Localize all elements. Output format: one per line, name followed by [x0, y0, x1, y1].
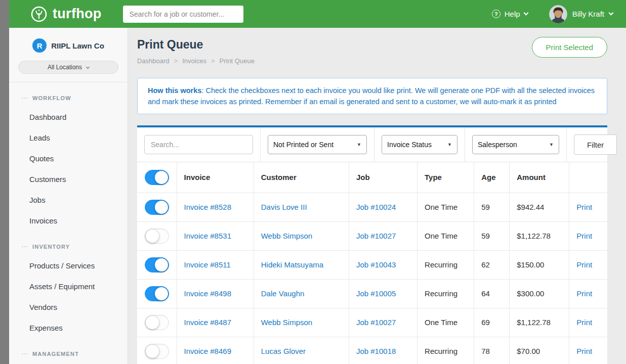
invoice-age: 64	[474, 279, 510, 308]
invoice-link[interactable]: Invoice #8531	[184, 232, 231, 240]
sidebar-section-header: ⋯WORKFLOW	[9, 82, 128, 107]
print-selected-button[interactable]: Print Selected	[532, 37, 607, 58]
topbar-right: ? Help	[492, 5, 613, 23]
print-link[interactable]: Print	[576, 289, 592, 298]
table-row: Invoice #8531 Webb Simpson Job #10027 On…	[137, 221, 607, 250]
sidebar-nav: ⋯WORKFLOWDashboardLeadsQuotesCustomersJo…	[9, 82, 128, 364]
print-link[interactable]: Print	[576, 318, 592, 327]
app-root: turfhop ? Help	[0, 0, 626, 364]
breadcrumb: Dashboard > Invoices > Print Queue	[137, 57, 255, 65]
job-link[interactable]: Job #10024	[356, 203, 396, 211]
global-search-input[interactable]	[123, 6, 243, 23]
customer-link[interactable]: Davis Love III	[261, 203, 307, 211]
print-link[interactable]: Print	[576, 203, 592, 211]
invoice-type: Recurring	[418, 279, 474, 308]
invoice-amount: $1,122.78	[510, 308, 569, 337]
customer-link[interactable]: Webb Simpson	[261, 232, 312, 240]
job-link[interactable]: Job #10018	[356, 347, 396, 355]
brand-logo[interactable]: turfhop	[30, 6, 102, 23]
invoice-link[interactable]: Invoice #8528	[184, 203, 231, 211]
job-link[interactable]: Job #10005	[356, 289, 396, 298]
breadcrumb-dashboard[interactable]: Dashboard	[137, 57, 170, 65]
invoice-type: Recurring	[418, 337, 474, 364]
row-toggle[interactable]	[145, 344, 169, 359]
chevron-down-icon	[609, 11, 614, 16]
locations-selector[interactable]: All Locations	[18, 61, 118, 74]
filter-button[interactable]: Filter	[574, 134, 617, 155]
user-menu[interactable]: Billy Kraft	[549, 5, 613, 23]
customer-link[interactable]: Dale Vaughn	[261, 289, 305, 298]
sidebar-item-dashboard[interactable]: Dashboard	[9, 107, 128, 127]
invoice-age: 59	[474, 221, 510, 250]
customer-link[interactable]: Hideki Matsuyama	[261, 260, 323, 269]
print-link[interactable]: Print	[576, 347, 592, 355]
company-logo-badge: R	[32, 38, 47, 53]
breadcrumb-separator: >	[211, 57, 215, 65]
main-content: Print Queue Dashboard > Invoices > Print…	[128, 28, 626, 364]
invoice-status-select[interactable]: Invoice Status ▼	[382, 135, 457, 154]
printed-status-select[interactable]: Not Printed or Sent ▼	[268, 135, 367, 154]
breadcrumb-separator: >	[174, 57, 178, 65]
help-menu[interactable]: ? Help	[492, 10, 528, 18]
sidebar-item-customers[interactable]: Customers	[9, 169, 128, 190]
info-body: : Check the checkboxes next to each invo…	[148, 86, 595, 106]
user-avatar	[549, 5, 567, 23]
invoice-amount: $942.44	[510, 193, 569, 221]
job-link[interactable]: Job #10043	[356, 260, 396, 269]
sidebar-item-expenses[interactable]: Expenses	[9, 317, 128, 338]
invoice-type: One Time	[418, 193, 474, 221]
column-header-amount: Amount	[510, 162, 569, 193]
select-all-toggle[interactable]	[145, 170, 169, 185]
table-search-input[interactable]	[144, 135, 253, 154]
column-header-age: Age	[474, 162, 510, 193]
table-row: Invoice #8511 Hideki Matsuyama Job #1004…	[137, 250, 607, 279]
turfhop-logo-icon	[30, 6, 48, 23]
breadcrumb-invoices[interactable]: Invoices	[182, 57, 206, 65]
customer-link[interactable]: Webb Simpson	[261, 318, 312, 327]
sidebar-item-quotes[interactable]: Quotes	[9, 148, 128, 169]
select-arrow-icon: ▼	[447, 142, 452, 147]
invoice-link[interactable]: Invoice #8469	[184, 347, 231, 355]
page-title: Print Queue	[137, 38, 255, 52]
sidebar-item-products-services[interactable]: Products / Services	[9, 255, 128, 276]
sidebar-item-assets-equipment[interactable]: Assets / Equipment	[9, 276, 128, 297]
invoice-age: 59	[474, 193, 510, 221]
job-link[interactable]: Job #10027	[356, 318, 396, 327]
row-toggle[interactable]	[145, 315, 169, 330]
invoice-type: One Time	[418, 221, 474, 250]
customer-link[interactable]: Lucas Glover	[261, 347, 306, 355]
invoice-link[interactable]: Invoice #8498	[184, 289, 231, 298]
invoice-link[interactable]: Invoice #8511	[184, 260, 231, 269]
info-title: How this works	[148, 86, 201, 95]
section-dots-icon: ⋯	[21, 243, 28, 250]
invoice-age: 62	[474, 250, 510, 279]
sidebar-item-jobs[interactable]: Jobs	[9, 190, 128, 210]
select-arrow-icon: ▼	[357, 142, 361, 147]
salesperson-select[interactable]: Salesperson ▼	[472, 135, 559, 154]
sidebar-item-invoices[interactable]: Invoices	[9, 210, 128, 231]
column-header-invoice: Invoice	[177, 162, 254, 193]
invoice-type: Recurring	[418, 250, 474, 279]
invoice-amount: $150.00	[510, 250, 569, 279]
invoice-amount: $300.00	[510, 279, 569, 308]
column-header-job: Job	[349, 162, 417, 193]
brand-name: turfhop	[53, 6, 102, 22]
print-link[interactable]: Print	[576, 232, 592, 240]
filter-bar: Not Printed or Sent ▼ Invoice Status ▼ S…	[137, 127, 607, 162]
section-dots-icon: ⋯	[21, 94, 28, 102]
column-header-customer: Customer	[254, 162, 349, 193]
sidebar-item-leads[interactable]: Leads	[9, 127, 128, 148]
sidebar-item-vendors[interactable]: Vendors	[9, 297, 128, 317]
table-row: Invoice #8469 Lucas Glover Job #10018 Re…	[137, 337, 607, 364]
locations-label: All Locations	[48, 64, 82, 71]
invoice-link[interactable]: Invoice #8487	[184, 318, 231, 327]
row-toggle[interactable]	[145, 200, 169, 215]
select-arrow-icon: ▼	[549, 142, 554, 147]
invoice-type: One Time	[418, 308, 474, 337]
row-toggle[interactable]	[145, 286, 169, 301]
job-link[interactable]: Job #10027	[356, 232, 396, 240]
help-label: Help	[505, 10, 520, 18]
print-link[interactable]: Print	[576, 260, 592, 269]
row-toggle[interactable]	[145, 229, 169, 244]
row-toggle[interactable]	[145, 257, 169, 272]
